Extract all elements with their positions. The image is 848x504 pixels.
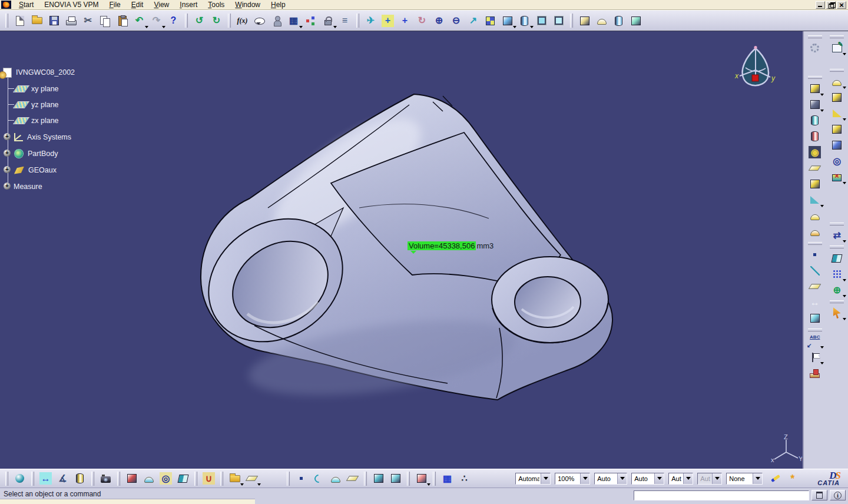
- auto-select-2[interactable]: Auto: [631, 473, 664, 485]
- new-document-icon[interactable]: [12, 13, 28, 29]
- toolbar-drag-handle[interactable]: [356, 14, 359, 28]
- expand-icon[interactable]: [4, 183, 11, 190]
- capture-icon[interactable]: [98, 470, 114, 486]
- multi-view-icon[interactable]: [482, 13, 498, 29]
- pad-icon[interactable]: [807, 81, 823, 97]
- tree-root-label[interactable]: IVNGWC08_2002: [16, 68, 75, 77]
- view-compass[interactable]: x y: [731, 44, 780, 92]
- remove-face-icon[interactable]: [829, 169, 845, 185]
- toolbar-drag-handle[interactable]: [830, 246, 844, 248]
- dropdown-arrow-icon[interactable]: [820, 346, 824, 349]
- fit-all-icon[interactable]: +: [380, 13, 396, 29]
- design-table-icon[interactable]: ▦: [286, 13, 302, 29]
- shaft-icon[interactable]: [807, 112, 823, 128]
- tree-item-yz-plane[interactable]: yz plane: [0, 99, 59, 111]
- grid-snap-icon[interactable]: ▦: [439, 470, 455, 486]
- text-annotation-icon[interactable]: ABC: [807, 333, 823, 349]
- scale-icon[interactable]: ⊕: [829, 282, 845, 298]
- tree-item-axis-systems[interactable]: Axis Systems: [0, 131, 71, 143]
- rules-icon[interactable]: ≡: [337, 13, 353, 29]
- draft-analysis-icon[interactable]: [124, 470, 140, 486]
- thickness-icon[interactable]: [829, 137, 845, 153]
- paste-special-icon[interactable]: [244, 470, 260, 486]
- groove-icon[interactable]: [807, 128, 823, 144]
- curve-filter-icon[interactable]: [310, 470, 326, 486]
- compass-anchor[interactable]: [752, 75, 758, 81]
- combo-dropdown-button[interactable]: [683, 473, 693, 484]
- dropdown-arrow-icon[interactable]: [843, 118, 846, 121]
- menu-file[interactable]: File: [104, 1, 125, 9]
- line-icon[interactable]: [807, 263, 823, 278]
- rib-icon[interactable]: [807, 160, 823, 176]
- menu-start[interactable]: Start: [14, 1, 39, 9]
- relations-icon[interactable]: [303, 13, 319, 29]
- tree-item-zx-plane[interactable]: zx plane: [0, 115, 59, 127]
- tree-item-label[interactable]: yz plane: [31, 101, 59, 109]
- weld-feature-icon[interactable]: [807, 365, 823, 381]
- undo-history-icon[interactable]: ↺: [191, 13, 207, 29]
- undo-icon[interactable]: ↶: [131, 13, 147, 29]
- dropdown-arrow-icon[interactable]: [843, 182, 846, 184]
- expand-icon[interactable]: [4, 166, 11, 173]
- toolbar-drag-handle[interactable]: [407, 472, 410, 486]
- toolbar-drag-handle[interactable]: [830, 69, 844, 72]
- tree-item-label[interactable]: GEOaux: [28, 166, 57, 174]
- copy-icon[interactable]: [97, 13, 113, 29]
- render-style-icon[interactable]: [516, 13, 532, 29]
- comment-icon[interactable]: [251, 13, 267, 29]
- section-icon[interactable]: [175, 470, 191, 486]
- toolbar-drag-handle[interactable]: [117, 472, 120, 486]
- dropdown-arrow-icon[interactable]: [843, 295, 846, 297]
- toolbar-drag-handle[interactable]: [830, 300, 844, 303]
- axis-target-icon[interactable]: ◎: [829, 153, 845, 169]
- pocket-icon[interactable]: [807, 97, 823, 112]
- dropdown-arrow-icon[interactable]: [843, 240, 846, 243]
- measure-between-icon[interactable]: ↔: [38, 470, 54, 486]
- toolbar-drag-handle[interactable]: [433, 472, 436, 486]
- dropdown-arrow-icon[interactable]: [820, 362, 824, 364]
- close-button[interactable]: [837, 1, 846, 9]
- toolbar-drag-handle[interactable]: [830, 223, 844, 226]
- flag-note-icon[interactable]: [807, 349, 823, 365]
- measure-item-icon[interactable]: ∡: [55, 470, 71, 486]
- tree-root[interactable]: IVNGWC08_2002: [3, 67, 75, 78]
- toolbar-drag-handle[interactable]: [228, 14, 231, 28]
- cut-icon[interactable]: ✂: [80, 13, 96, 29]
- command-input[interactable]: [634, 490, 809, 500]
- auto-select-1[interactable]: Auto: [594, 473, 627, 485]
- fly-mode-icon[interactable]: ✈: [363, 13, 379, 29]
- dropdown-arrow-icon[interactable]: [257, 483, 261, 486]
- tree-item-label[interactable]: PartBody: [28, 150, 58, 158]
- link-manager-icon[interactable]: [269, 13, 284, 29]
- menu-edit[interactable]: Edit: [126, 1, 149, 9]
- toolbar-drag-handle[interactable]: [5, 14, 8, 28]
- formula-icon[interactable]: f(x): [234, 13, 250, 29]
- face-select-icon[interactable]: [370, 470, 386, 486]
- volume-measurement-label[interactable]: Volume=45338,506mm3: [408, 241, 493, 250]
- point-filter-icon[interactable]: [293, 470, 309, 486]
- fillet-icon[interactable]: [829, 74, 845, 89]
- dropdown-arrow-icon[interactable]: [820, 205, 824, 207]
- tap-analysis-icon[interactable]: ◎: [158, 470, 174, 486]
- boss-hole[interactable]: [515, 277, 581, 327]
- pattern-icon[interactable]: [829, 266, 845, 282]
- paste-icon[interactable]: [114, 13, 130, 29]
- open-icon[interactable]: [29, 13, 45, 29]
- tree-item-partbody[interactable]: PartBody: [0, 148, 58, 160]
- stiffener-icon[interactable]: [807, 192, 823, 208]
- toolbar-drag-handle[interactable]: [31, 472, 34, 486]
- update-mode-select[interactable]: Automa: [515, 473, 551, 485]
- select-pointer-icon[interactable]: [829, 305, 845, 321]
- toolbar-drag-handle[interactable]: [808, 329, 822, 331]
- slot-icon[interactable]: [807, 176, 823, 192]
- thread-analysis-icon[interactable]: ∪: [201, 470, 217, 486]
- tools-palette-icon[interactable]: [807, 40, 823, 56]
- mirror-icon[interactable]: [829, 250, 845, 266]
- dropdown-arrow-icon[interactable]: [843, 279, 846, 281]
- app-icon[interactable]: [1, 1, 11, 9]
- whats-this-icon[interactable]: ?: [165, 13, 181, 29]
- dropdown-arrow-icon[interactable]: [820, 110, 824, 112]
- dropdown-arrow-icon[interactable]: [820, 94, 824, 96]
- toolbar-drag-handle[interactable]: [185, 14, 188, 28]
- translate-icon[interactable]: ⇄: [829, 227, 845, 243]
